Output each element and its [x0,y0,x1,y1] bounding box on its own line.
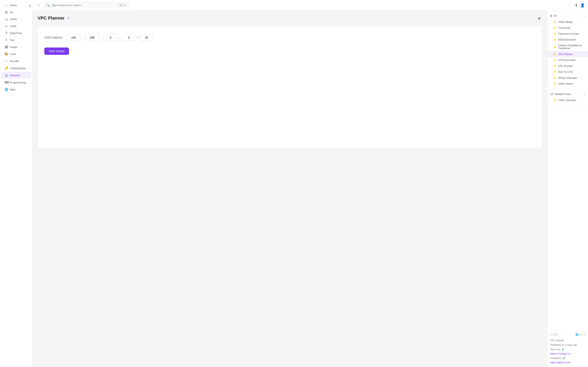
share-button[interactable]: ⬆ [575,3,578,8]
sidebar-item-yaml[interactable]: ≡ YAML [1,23,31,30]
all-section: ⊞ All ∨ ⚡ YAML Merge⚡ Traceroute⚡ Timezo… [547,11,588,89]
related-section-header[interactable]: 🔗 Related Tools ∨ [547,91,588,97]
version-tool-name: VPC Planner [550,338,585,343]
sidebar-item-label: Text [10,39,15,42]
web-icon: 🌐 [4,88,8,91]
cryptography-icon: 🔑 [4,66,8,70]
sidebar-item-image[interactable]: 🖼 Image [1,44,31,50]
related-section-chevron: ∨ [583,93,585,96]
info-icon: ℹ [550,333,551,336]
related-list-item[interactable]: ⚡ CIDR Calculator [547,97,588,103]
search-box: 🔍 ⌘ + K [44,2,130,8]
sidebar-item-encode[interactable]: ↔ Encode [1,58,31,64]
panel-item-label: Chinese Simplified to Traditional [558,44,585,50]
cidr-octet3-input[interactable] [103,34,118,41]
version-tool-link: Tool Link: 🔗 https://t.he3app.co... [550,347,585,356]
panel-item-icon: ⚡ [553,64,556,67]
version-label: ℹ 1.0.0 [550,333,558,336]
cidr-row: CIDR Address : . . . / [44,34,536,41]
sidebar-item-color[interactable]: 🎨 Color [1,50,31,58]
content-area: VPC Planner ☆ ▣ CIDR Address : . . . / [33,11,588,367]
panel-item-icon: ⚡ [553,82,556,85]
version-feedback: Feedback: 🔗 https://github.com/... [550,356,585,365]
panel-item-label: VPC Planner [558,53,573,56]
sidebar-item-home[interactable]: ⌂ Home [1,2,31,8]
cidr-octet2-input[interactable] [85,34,99,41]
main-area: ⌂ 🔍 ⌘ + K ⬆ 👤 VPC Planner ☆ ▣ CIDR Addre… [33,0,588,367]
start-design-button[interactable]: Start Design [44,48,69,55]
panel-list-item[interactable]: ⚡ YAML Merge [547,19,588,25]
panel-item-label: SVG To CSS [558,71,573,73]
sidebar-item-json[interactable]: { } JSON [1,16,31,23]
yaml-icon: ≡ [4,25,8,28]
cidr-dot-3: . [119,36,120,39]
sidebar-item-label: YAML [10,25,17,28]
sidebar-item-cryptography[interactable]: 🔑 Cryptography [1,65,31,72]
panel-list-item[interactable]: ⚡ Timezone Convert [547,31,588,37]
panel-list-item[interactable]: ⚡ URL Decode [547,63,588,69]
sidebar-item-programming[interactable]: ⌨ Programming [1,79,31,86]
related-section: 🔗 Related Tools ∨ ⚡ CIDR Calculator [547,89,588,105]
sidebar-item-label: Home [10,4,17,7]
version-chevron: ∨ [583,333,585,336]
sidebar-item-text[interactable]: T Text [1,37,31,43]
related-item-icon: ⚡ [553,99,556,102]
version-info: VPC Planner Published at: 5 days ago Too… [550,338,585,365]
page-title: VPC Planner [38,16,65,21]
panel-list-item[interactable]: ⚡ SVG To CSS [547,69,588,75]
panel-item-label: Timezone Convert [558,33,579,35]
panel-item-icon: ⚡ [553,38,556,41]
version-header[interactable]: ℹ 1.0.0 🌐 ◎ ∨ [550,332,585,337]
panel-item-icon: ⚡ [553,58,556,62]
panel-list-item[interactable]: ⚡ UTM Generator [547,57,588,63]
search-input[interactable] [52,4,117,7]
cidr-slash: / [138,36,139,39]
all-section-header[interactable]: ⊞ All ∨ [547,13,588,19]
version-published: Published at: 5 days ago [550,343,585,347]
panel-list-item[interactable]: ⚡ VPC Planner [547,51,588,57]
tool-area: VPC Planner ☆ ▣ CIDR Address : . . . / [33,11,547,367]
cidr-label: CIDR Address : [44,36,64,39]
topbar: ⌂ 🔍 ⌘ + K ⬆ 👤 [33,0,588,11]
sidebar-collapse-button[interactable]: ⟨⟨ [29,4,31,8]
panel-item-label: URL Decode [558,65,572,67]
circle-icon: ◎ [580,333,582,336]
panel-toggle-button[interactable]: ▣ [536,16,542,21]
home-icon: ⌂ [4,3,8,7]
link-icon: 🔗 [561,348,564,351]
panel-list-item[interactable]: ⚡ X509 Generator [547,37,588,43]
all-section-chevron: ∨ [583,15,585,17]
favorite-button[interactable]: ☆ [67,16,70,20]
sidebar-item-label: Web [10,88,15,91]
panel-list-item[interactable]: ⚡ YAML Viewer [547,81,588,87]
sidebar-item-network[interactable]: 📡 Network [1,72,31,79]
panel-list-item[interactable]: ⚡ String Unescape [547,75,588,81]
network-icon: 📡 [4,73,8,77]
user-button[interactable]: 👤 [580,3,585,8]
version-section: ℹ 1.0.0 🌐 ◎ ∨ VPC Planner Published at: … [547,330,588,367]
sidebar-item-label: Date/Time [10,32,22,35]
image-icon: 🖼 [4,45,8,49]
panel-list-item[interactable]: ⚡ Traceroute [547,25,588,31]
panel-item-label: X509 Generator [558,38,576,41]
cidr-prefix-input[interactable] [140,34,153,41]
tool-link[interactable]: https://t.he3app.co... [550,352,572,355]
sidebar-item-datetime[interactable]: ⏱ Date/Time [1,30,31,36]
feedback-link[interactable]: https://github.com/... [550,361,572,364]
related-section-title: 🔗 Related Tools [550,92,571,96]
topbar-actions: ⬆ 👤 [575,3,585,8]
sidebar-item-label: Network [10,74,20,77]
home-button[interactable]: ⌂ [36,2,42,8]
sidebar-item-label: JSON [10,18,17,21]
color-icon: 🎨 [4,52,8,56]
panel-item-icon: ⚡ [553,26,556,29]
sidebar-item-web[interactable]: 🌐 Web [1,86,31,93]
panel-list-item[interactable]: ⚡ Chinese Simplified to Traditional [547,43,588,51]
json-icon: { } [4,17,8,21]
feedback-icon: 🔗 [562,357,565,360]
all-section-title: ⊞ All [550,14,557,17]
cidr-octet1-input[interactable] [66,34,81,41]
sidebar-item-all[interactable]: ⊞ All [1,9,31,16]
cidr-octet4-input[interactable] [122,34,136,41]
cidr-dot-1: . [82,36,83,39]
